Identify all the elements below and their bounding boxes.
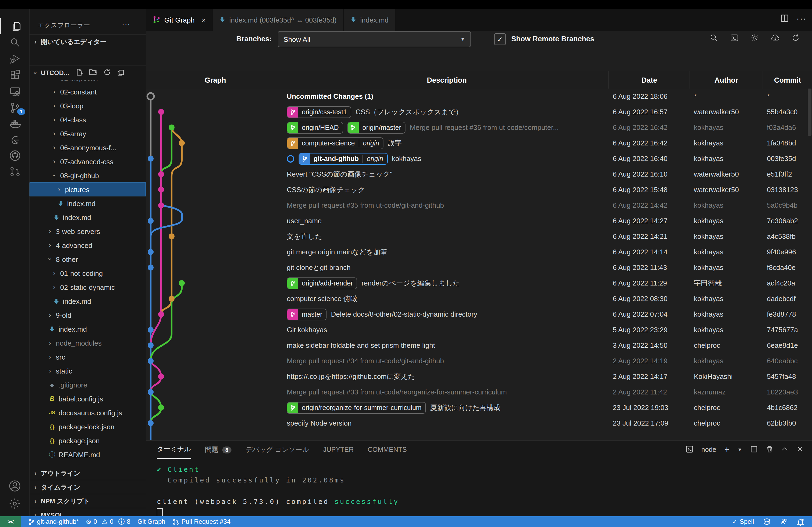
commit-dot[interactable] xyxy=(148,420,154,426)
panel-tab-comments[interactable]: COMMENTS xyxy=(367,441,407,459)
new-file-icon[interactable] xyxy=(75,68,83,78)
branch-badge[interactable]: origin/master xyxy=(347,122,406,133)
maximize-panel-icon[interactable] xyxy=(781,446,788,454)
tree-file-readme-md[interactable]: ⓘREADME.md xyxy=(30,448,146,462)
commit-dot[interactable] xyxy=(158,405,164,410)
branch-badge[interactable]: origin/HEAD xyxy=(287,122,343,133)
commit-dot[interactable] xyxy=(179,140,185,146)
collapse-all-icon[interactable] xyxy=(117,68,125,78)
tree-file-package-lock-json[interactable]: {}package-lock.json xyxy=(30,420,146,434)
pull-request-icon[interactable] xyxy=(0,164,30,180)
extensions-icon[interactable] xyxy=(0,67,30,83)
tree-folder-node-modules[interactable]: ›node_modules xyxy=(30,336,146,350)
copilot-icon[interactable] xyxy=(763,518,771,525)
panel-tab--[interactable]: デバッグ コンソール xyxy=(245,441,309,459)
tree-file-package-json[interactable]: {}package.json xyxy=(30,434,146,448)
git-graph-status[interactable]: Git Graph xyxy=(137,518,165,525)
close-icon[interactable]: × xyxy=(202,16,206,24)
problems-status[interactable]: ⊗0 ⚠0 ⓘ8 xyxy=(86,517,130,526)
tree-folder-08-git-github[interactable]: ›08-git-github xyxy=(30,168,146,182)
show-remote-branches-checkbox[interactable]: ✓ xyxy=(494,33,506,45)
new-folder-icon[interactable] xyxy=(89,68,97,78)
gitlens-icon[interactable] xyxy=(0,132,30,148)
tree-file-docusaurus-config-js[interactable]: JSdocusaurus.config.js xyxy=(30,406,146,420)
col-graph[interactable]: Graph xyxy=(146,71,285,89)
branch-badge[interactable]: origin/reorganize-for-summer-curriculum xyxy=(287,402,426,413)
col-commit[interactable]: Commit xyxy=(763,71,812,89)
col-date[interactable]: Date xyxy=(608,71,690,89)
terminal-output[interactable]: ✔ Client Compiled successfully in 202.08… xyxy=(157,464,399,518)
commit-dot[interactable] xyxy=(158,311,164,317)
open-editors-section[interactable]: › 開いているエディター xyxy=(30,34,146,49)
explorer-icon[interactable] xyxy=(0,18,31,34)
npm-scripts-section[interactable]: ›NPM スクリプト xyxy=(30,494,146,508)
split-terminal-icon[interactable] xyxy=(750,445,758,454)
tree-folder-05-array[interactable]: ›05-array xyxy=(30,127,146,140)
tab-git-graph[interactable]: Git Graph× xyxy=(146,9,213,31)
remote-indicator[interactable]: >< xyxy=(0,516,21,527)
commit-dot[interactable] xyxy=(169,234,175,239)
source-control-icon[interactable]: 1 xyxy=(0,100,30,116)
commit-dot[interactable] xyxy=(179,280,185,286)
tree-folder-07-advanced-css[interactable]: ›07-advanced-css xyxy=(30,154,146,168)
commit-dot[interactable] xyxy=(148,156,154,162)
kill-terminal-icon[interactable] xyxy=(766,445,773,454)
commit-dot[interactable] xyxy=(148,327,154,333)
spell-status[interactable]: ✓Spell xyxy=(732,518,754,525)
tree-folder-01-not-coding[interactable]: ›01-not-coding xyxy=(30,266,146,280)
tree-folder-8-other[interactable]: ›8-other xyxy=(30,252,146,266)
remote-explorer-icon[interactable] xyxy=(0,84,30,100)
tree-folder-06-anonymous-f-[interactable]: ›06-anonymous-f... xyxy=(30,140,146,154)
timeline-section[interactable]: ›タイムライン xyxy=(30,480,146,494)
tree-file-babel-config-js[interactable]: Bbabel.config.js xyxy=(30,392,146,406)
tab-index-md-1[interactable]: index.md (003fe35d^ ↔ 003fe35d) xyxy=(213,9,344,31)
tree-folder-04-class[interactable]: ›04-class xyxy=(30,113,146,127)
terminal-icon[interactable] xyxy=(730,33,739,45)
search-icon[interactable] xyxy=(0,34,30,50)
branch-badge[interactable]: origin/add-render xyxy=(287,277,357,289)
branch-status[interactable]: git-and-github* xyxy=(28,518,79,525)
branch-badge[interactable]: computer-scienceorigin xyxy=(287,137,383,149)
col-author[interactable]: Author xyxy=(690,71,763,89)
commit-dot[interactable] xyxy=(169,296,175,302)
commit-dot[interactable] xyxy=(148,249,154,255)
branches-dropdown[interactable]: Show All ▼ xyxy=(278,31,471,47)
commit-dot[interactable] xyxy=(148,389,154,395)
workspace-section[interactable]: › UTCOD... xyxy=(30,65,146,80)
feedback-icon[interactable] xyxy=(780,518,788,525)
commit-dot[interactable] xyxy=(147,93,154,100)
run-debug-icon[interactable] xyxy=(0,50,30,66)
commit-dot[interactable] xyxy=(148,265,154,270)
tree-folder-02-constant[interactable]: ›02-constant xyxy=(30,85,146,99)
refresh-icon[interactable] xyxy=(103,68,111,78)
tree-folder-4-advanced[interactable]: ›4-advanced xyxy=(30,238,146,252)
account-icon[interactable] xyxy=(0,478,30,494)
split-editor-icon[interactable] xyxy=(780,14,789,25)
tree-folder-pictures[interactable]: ›pictures xyxy=(30,182,146,196)
settings-gear-icon[interactable] xyxy=(0,495,30,511)
tree-folder-static[interactable]: ›static xyxy=(30,364,146,378)
branch-badge[interactable]: master xyxy=(287,308,327,320)
tree-folder-9-old[interactable]: ›9-old xyxy=(30,308,146,322)
outline-section[interactable]: ›アウトライン xyxy=(30,466,146,480)
commit-dot[interactable] xyxy=(158,109,164,115)
commit-dot[interactable] xyxy=(148,218,154,224)
panel-tab--[interactable]: ターミナル xyxy=(157,441,191,459)
tree-folder-02-static-dynamic[interactable]: ›02-static-dynamic xyxy=(30,280,146,294)
commit-dot[interactable] xyxy=(148,358,154,364)
find-commit-icon[interactable] xyxy=(709,33,719,45)
mysql-section[interactable]: ›MYSQL xyxy=(30,508,146,516)
commit-dot[interactable] xyxy=(158,171,164,177)
branch-badge[interactable]: git-and-githuborigin xyxy=(299,153,388,165)
fetch-icon[interactable] xyxy=(771,33,780,45)
new-terminal-icon[interactable]: + xyxy=(724,445,729,454)
scrollbar-thumb[interactable] xyxy=(808,89,811,136)
tree-folder-03-loop[interactable]: ›03-loop xyxy=(30,99,146,113)
commit-dot[interactable] xyxy=(148,342,154,348)
github-icon[interactable] xyxy=(0,148,30,164)
tree-file-index-md[interactable]: index.md xyxy=(30,210,146,224)
tree-folder-3-web-servers[interactable]: ›3-web-servers xyxy=(30,224,146,238)
tree-file-index-md[interactable]: index.md xyxy=(30,196,146,210)
docker-icon[interactable] xyxy=(0,116,30,132)
notifications-bell-icon[interactable] xyxy=(796,517,804,526)
